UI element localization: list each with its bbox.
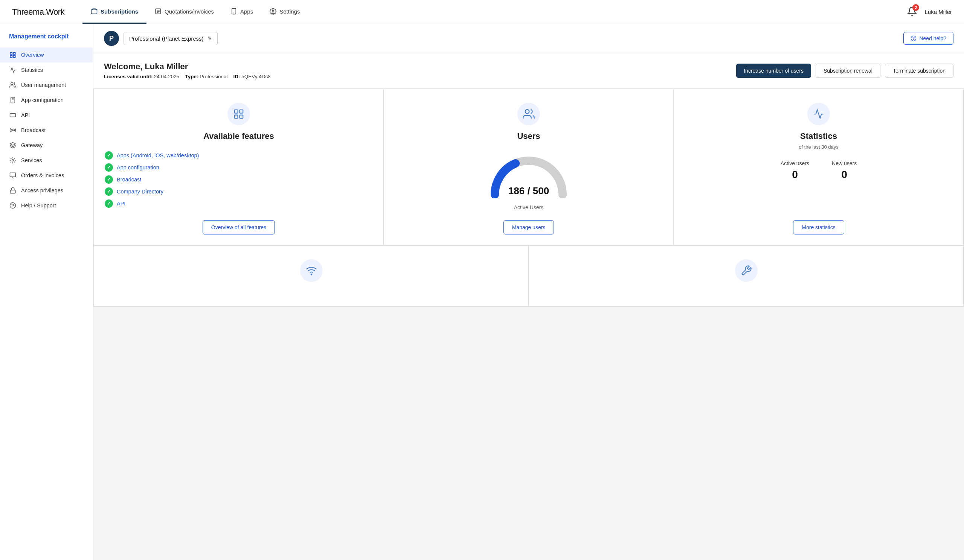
manage-users-button[interactable]: Manage users	[503, 220, 554, 234]
workspace-name-wrap[interactable]: Professional (Planet Express) ✎	[124, 32, 218, 45]
logo: Threema.Work	[12, 7, 64, 17]
welcome-meta: Licenses valid until: 24.04.2025 Type: P…	[104, 74, 271, 80]
help-circle-icon	[910, 36, 917, 41]
sidebar-item-broadcast[interactable]: Broadcast	[0, 123, 93, 138]
main-content: P Professional (Planet Express) ✎ Need h…	[93, 24, 964, 560]
svg-rect-0	[91, 10, 97, 14]
cards-grid-top: Available features Apps (Android, iOS, w…	[93, 88, 964, 246]
tab-subscriptions[interactable]: Subscriptions	[83, 0, 147, 24]
new-users-stat: New users 0	[832, 160, 857, 181]
overview-features-button[interactable]: Overview of all features	[203, 220, 275, 234]
welcome-left: Welcome, Luka Miller Licenses valid unti…	[104, 62, 271, 80]
sidebar-item-app-configuration[interactable]: App configuration	[0, 93, 93, 108]
features-card-title: Available features	[204, 131, 274, 141]
api-icon	[9, 111, 16, 119]
svg-point-32	[525, 110, 529, 114]
statistics-card-icon-wrap	[807, 103, 830, 125]
feature-item-0: Apps (Android, iOS, web/desktop)	[105, 149, 373, 161]
tab-apps[interactable]: Apps	[222, 0, 261, 24]
sidebar-item-gateway[interactable]: Gateway	[0, 138, 93, 153]
logo-light: Work	[46, 7, 64, 16]
check-icon-1	[105, 163, 113, 172]
check-icon-0	[105, 151, 113, 159]
svg-point-17	[12, 130, 13, 131]
active-users-label: Active Users	[514, 205, 544, 210]
cockpit-header: P Professional (Planet Express) ✎ Need h…	[93, 24, 964, 53]
features-card: Available features Apps (Android, iOS, w…	[94, 89, 383, 245]
features-list: Apps (Android, iOS, web/desktop) App con…	[105, 149, 373, 209]
active-users-stat-label: Active users	[781, 160, 809, 166]
new-users-stat-label: New users	[832, 160, 857, 166]
sidebar-item-user-management[interactable]: User management	[0, 78, 93, 93]
terminate-subscription-button[interactable]: Terminate subscription	[885, 63, 953, 78]
svg-rect-9	[13, 52, 15, 54]
edit-workspace-icon[interactable]: ✎	[207, 36, 212, 41]
notification-bell[interactable]: 2	[907, 6, 917, 18]
need-help-button[interactable]: Need help?	[904, 32, 953, 45]
svg-marker-18	[10, 143, 16, 146]
notification-badge: 2	[912, 4, 919, 11]
sidebar-item-overview[interactable]: Overview	[0, 47, 93, 62]
sidebar-item-api[interactable]: API	[0, 108, 93, 123]
svg-rect-16	[10, 114, 16, 117]
feature-item-3: Company Directory	[105, 185, 373, 198]
workspace-name: Professional (Planet Express)	[129, 36, 204, 42]
sidebar-item-statistics[interactable]: Statistics	[0, 62, 93, 78]
workspace-selector: P Professional (Planet Express) ✎	[104, 31, 218, 46]
check-icon-2	[105, 175, 113, 183]
svg-rect-23	[10, 190, 15, 193]
users-gauge: 186 / 500	[487, 153, 570, 198]
gauge-number: 186 / 500	[508, 185, 549, 197]
nav-tabs: Subscriptions Quotations/invoices Apps S…	[83, 0, 308, 24]
features-grid-icon	[233, 109, 244, 120]
statistics-icon	[9, 66, 16, 74]
cards-grid-bottom	[93, 246, 964, 307]
overview-icon	[9, 51, 16, 59]
user-management-icon	[9, 81, 16, 89]
svg-rect-29	[240, 110, 243, 113]
bottom-right-icon-wrap	[735, 259, 758, 282]
workspace-avatar: P	[104, 31, 119, 46]
sidebar-item-access-privileges[interactable]: Access privileges	[0, 183, 93, 198]
app-configuration-icon	[9, 96, 16, 104]
svg-rect-20	[10, 173, 16, 177]
more-statistics-button[interactable]: More statistics	[793, 220, 844, 234]
quotations-icon	[155, 8, 161, 15]
sidebar: Management cockpit Overview Statistics U…	[0, 24, 93, 560]
sidebar-item-services[interactable]: Services	[0, 153, 93, 168]
check-icon-4	[105, 200, 113, 208]
sidebar-item-orders-invoices[interactable]: Orders & invoices	[0, 168, 93, 183]
svg-rect-30	[234, 115, 238, 118]
help-support-icon	[9, 202, 16, 209]
svg-point-33	[311, 274, 312, 275]
check-icon-3	[105, 187, 113, 196]
main-layout: Management cockpit Overview Statistics U…	[0, 24, 964, 560]
gateway-icon	[9, 141, 16, 149]
bottom-left-icon-wrap	[300, 259, 323, 282]
topbar-right: 2 Luka Miller	[907, 6, 952, 18]
svg-rect-28	[234, 110, 238, 113]
welcome-greeting: Welcome, Luka Miller	[104, 62, 271, 71]
statistics-card: Statistics of the last 30 days Active us…	[674, 89, 963, 245]
feature-item-1: App configuration	[105, 161, 373, 174]
subscriptions-icon	[91, 8, 98, 15]
users-icon	[523, 108, 535, 120]
users-card: Users 186 / 500 Active Users	[384, 89, 673, 245]
bottom-card-left	[94, 246, 528, 306]
orders-invoices-icon	[9, 172, 16, 179]
tab-quotations[interactable]: Quotations/invoices	[147, 0, 222, 24]
statistics-trend-icon	[813, 109, 824, 120]
tab-settings[interactable]: Settings	[261, 0, 308, 24]
new-users-stat-value: 0	[832, 169, 857, 181]
subscription-renewal-button[interactable]: Subscription renewal	[816, 63, 880, 78]
wifi-icon	[306, 265, 317, 276]
increase-users-button[interactable]: Increase number of users	[736, 63, 811, 78]
stats-row: Active users 0 New users 0	[781, 160, 857, 181]
user-name: Luka Miller	[925, 9, 952, 15]
users-card-icon-wrap	[518, 103, 540, 125]
svg-rect-31	[240, 115, 243, 118]
feature-item-2: Broadcast	[105, 174, 373, 185]
active-users-stat-value: 0	[781, 169, 809, 181]
svg-point-7	[272, 11, 274, 12]
sidebar-item-help-support[interactable]: Help / Support	[0, 198, 93, 213]
